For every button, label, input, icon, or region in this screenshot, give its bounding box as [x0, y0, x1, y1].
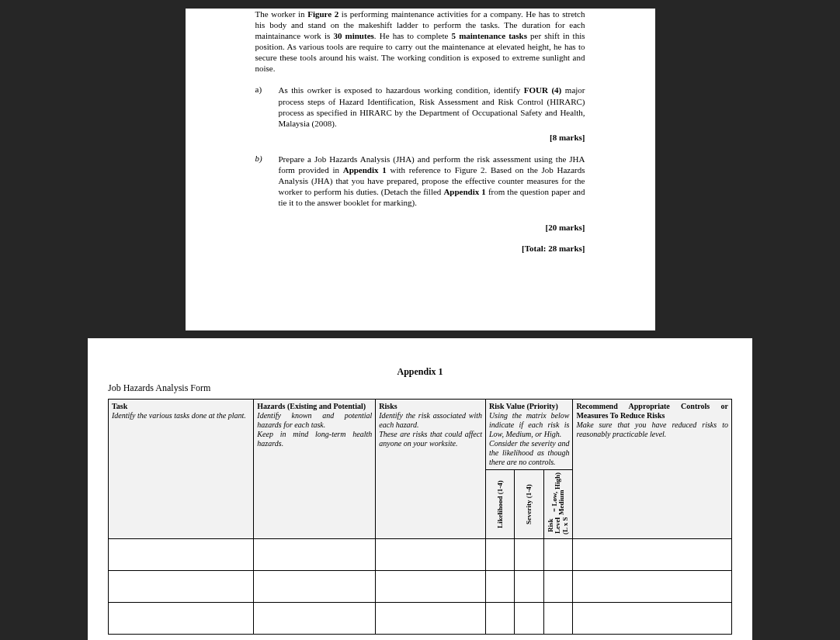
data-row-3	[109, 603, 732, 635]
hdr-rec-h: Recommend Appropriate Controls or Measur…	[576, 402, 728, 420]
hdr-haz-h: Hazards (Existing and Potential)	[257, 402, 366, 410]
hdr-rv-d1: Using the matrix below indicate if each …	[489, 411, 569, 438]
hdr-task-d: Identify the various tasks done at the p…	[112, 411, 246, 420]
sub-risk-l2: = Low, Medium	[551, 490, 566, 515]
duration: 30 minutes	[333, 31, 373, 40]
figure-ref: Figure 2	[307, 9, 338, 19]
sub-sev-text: Severity (1-4)	[525, 472, 533, 536]
hdr-haz-d2: Keep in mind long-term health hazards.	[257, 430, 372, 448]
header-row-1: Task Identify the various tasks done at …	[109, 400, 732, 470]
data-row-1	[109, 539, 732, 571]
intro-paragraph: The worker in Figure 2 is performing mai…	[255, 9, 585, 74]
q-b-apx2: Appendix 1	[443, 187, 485, 196]
question-b: b) Prepare a Job Hazards Analysis (JHA) …	[255, 154, 585, 233]
q-b-apx: Appendix 1	[343, 165, 387, 175]
data-row-2	[109, 571, 732, 603]
hdr-risk-d1: Identify the risk associated with each h…	[379, 411, 482, 429]
sub-severity: Severity (1-4)	[515, 470, 543, 539]
hdr-hazards: Hazards (Existing and Potential) Identif…	[254, 400, 376, 539]
hdr-risk-d2: These are risks that could affect anyone…	[379, 430, 482, 448]
hdr-riskvalue: Risk Value (Priority) Using the matrix b…	[486, 400, 573, 470]
sub-likelihood: Likelihood (1-4)	[486, 470, 515, 539]
sub-like-text: Likelihood (1-4)	[496, 472, 505, 536]
q-b-body: Prepare a Job Hazards Analysis (JHA) and…	[279, 154, 585, 233]
question-page: The worker in Figure 2 is performing mai…	[186, 9, 655, 330]
hdr-rv-d2: Consider the severity and the likelihood…	[489, 439, 569, 466]
sub-risk-text: Risk Level (L x S = Low, Medium High)	[547, 472, 569, 536]
hdr-recommend: Recommend Appropriate Controls or Measur…	[573, 400, 732, 539]
hdr-rv-h: Risk Value (Priority)	[489, 402, 558, 410]
q-a-four: FOUR (4)	[524, 85, 562, 95]
hdr-haz-d1: Identify known and potential hazards for…	[257, 411, 372, 429]
q-a-pre: As this owrker is exposed to hazardous w…	[279, 85, 524, 95]
task-count: 5 maintenance tasks	[452, 31, 527, 40]
q-a-body: As this owrker is exposed to hazardous w…	[279, 85, 585, 142]
q-a-marks: [8 marks]	[279, 132, 585, 143]
q-b-marks: [20 marks]	[279, 222, 585, 233]
intro-pre: The worker in	[255, 9, 308, 19]
question-a: a) As this owrker is exposed to hazardou…	[255, 85, 585, 142]
hdr-rec-d: Make sure that you have reduced risks to…	[576, 420, 728, 438]
q-a-label: a)	[255, 85, 279, 142]
sub-risk-l1: Risk Level (L x S	[547, 515, 569, 536]
hdr-risks: Risks Identify the risk associated with …	[376, 400, 486, 539]
intro-mid2: . He has to complete	[374, 31, 452, 40]
sub-risk-l3: High)	[554, 472, 561, 490]
hdr-risk-h: Risks	[379, 402, 397, 410]
hdr-task: Task Identify the various tasks done at …	[109, 400, 254, 539]
form-title: Job Hazards Analysis Form	[108, 382, 732, 394]
q-b-label: b)	[255, 154, 279, 233]
appendix-title: Appendix 1	[108, 366, 732, 378]
total-marks: [Total: 28 marks]	[255, 244, 585, 253]
jha-table: Task Identify the various tasks done at …	[108, 399, 732, 635]
appendix-page: Appendix 1 Job Hazards Analysis Form Tas…	[88, 338, 752, 640]
sub-risklevel: Risk Level (L x S = Low, Medium High)	[543, 470, 572, 539]
hdr-task-h: Task	[112, 402, 127, 410]
